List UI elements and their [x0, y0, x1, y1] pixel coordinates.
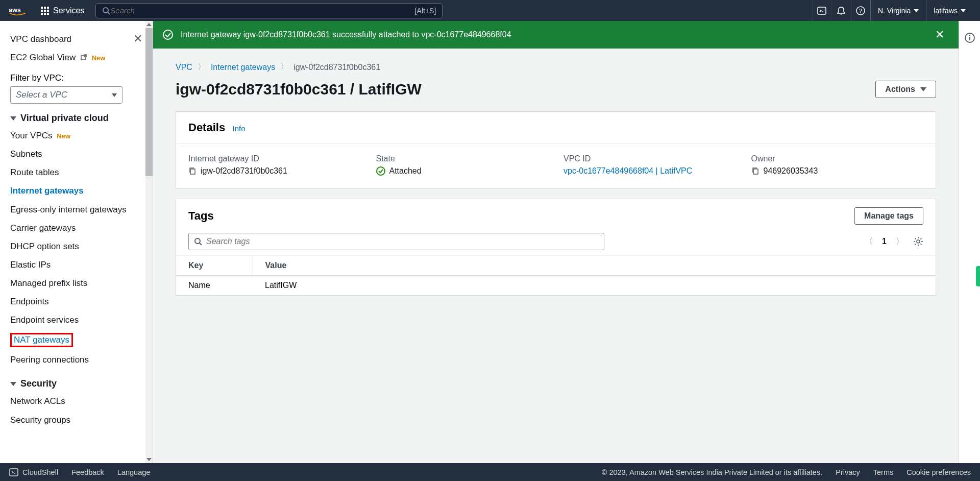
info-icon[interactable] [964, 32, 975, 43]
copy-icon[interactable] [751, 167, 760, 175]
sidebar-scrollbar[interactable] [145, 21, 153, 463]
sidebar-item-nat-gateways[interactable]: NAT gateways [10, 329, 142, 351]
vpc-id-link[interactable]: vpc-0c1677e4849668f04 | LatifVPC [564, 166, 692, 176]
caret-down-icon [914, 9, 919, 12]
tags-panel: Tags Manage tags 〈 1 〉 [176, 199, 936, 296]
section-security[interactable]: Security [10, 378, 142, 389]
crumb-vpc[interactable]: VPC [176, 63, 192, 72]
svg-text:?: ? [859, 8, 862, 14]
svg-point-16 [917, 240, 920, 243]
vpc-filter-select[interactable]: Select a VPC [10, 86, 122, 104]
svg-point-14 [195, 238, 200, 244]
tags-heading: Tags [188, 209, 214, 223]
sidebar-vpc-dashboard[interactable]: VPC dashboard [10, 30, 142, 49]
chevron-right-icon: 〉 [198, 62, 206, 73]
svg-point-12 [377, 167, 385, 175]
tags-th-value[interactable]: Value [253, 256, 936, 276]
flash-success: Internet gateway igw-0f2cd8731f0b0c361 s… [153, 21, 959, 49]
igw-id-label: Internet gateway ID [188, 154, 361, 163]
owner-label: Owner [751, 154, 924, 163]
sidebar-item-internet-gateways[interactable]: Internet gateways [10, 182, 142, 200]
sidebar-item-peering-connections[interactable]: Peering connections [10, 351, 142, 369]
cloudshell-icon[interactable] [812, 0, 831, 21]
region-selector[interactable]: N. Virginia [870, 0, 926, 21]
state-label: State [376, 154, 549, 163]
footer-privacy[interactable]: Privacy [836, 468, 860, 476]
svg-text:aws: aws [9, 6, 21, 13]
details-info-link[interactable]: Info [233, 124, 246, 133]
search-box[interactable]: [Alt+S] [95, 3, 443, 18]
page-prev[interactable]: 〈 [865, 236, 873, 247]
notifications-icon[interactable] [831, 0, 851, 21]
section-vpc[interactable]: Virtual private cloud [10, 113, 142, 124]
help-icon[interactable]: ? [851, 0, 870, 21]
actions-button[interactable]: Actions [875, 81, 936, 98]
sidebar-close-icon[interactable]: ✕ [133, 32, 142, 45]
sidebar-item-egress-only-internet-gateways[interactable]: Egress-only internet gateways [10, 201, 142, 219]
state-value: Attached [389, 166, 422, 176]
sidebar-item-endpoint-services[interactable]: Endpoint services [10, 311, 142, 329]
caret-down-icon [10, 116, 16, 121]
crumb-igw-list[interactable]: Internet gateways [211, 63, 275, 72]
caret-down-icon [10, 382, 16, 386]
sidebar-item-managed-prefix-lists[interactable]: Managed prefix lists [10, 274, 142, 293]
tags-search-input[interactable] [206, 237, 599, 246]
sidebar-item-dhcp-option-sets[interactable]: DHCP option sets [10, 237, 142, 256]
page-title: igw-0f2cd8731f0b0c361 / LatifIGW [176, 81, 422, 98]
services-menu[interactable]: Services [35, 6, 90, 15]
search-input[interactable] [110, 6, 414, 15]
footer-language[interactable]: Language [117, 468, 151, 476]
svg-rect-13 [753, 169, 758, 174]
account-selector[interactable]: latifaws [926, 0, 973, 21]
grid-icon [41, 7, 49, 15]
cloudshell-icon[interactable] [9, 468, 18, 477]
details-panel: Details Info Internet gateway ID igw-0f2… [176, 111, 936, 188]
page-number: 1 [882, 237, 887, 246]
svg-point-1 [103, 8, 108, 13]
footer-copyright: © 2023, Amazon Web Services India Privat… [602, 468, 822, 476]
caret-down-icon [112, 93, 117, 97]
settings-icon[interactable] [913, 236, 923, 247]
footer-cookies[interactable]: Cookie preferences [906, 468, 971, 476]
sidebar-item-your-vpcs[interactable]: Your VPCs New [10, 127, 142, 145]
copy-icon[interactable] [188, 167, 197, 175]
sidebar-item-elastic-ips[interactable]: Elastic IPs [10, 256, 142, 274]
top-nav: aws Services [Alt+S] ? N. Virginia latif… [0, 0, 980, 21]
caret-down-icon [961, 9, 966, 12]
search-hint: [Alt+S] [415, 7, 436, 15]
breadcrumb: VPC 〉 Internet gateways 〉 igw-0f2cd8731f… [176, 62, 936, 73]
sidebar-item-security-groups[interactable]: Security groups [10, 411, 142, 429]
flash-close-icon[interactable]: ✕ [930, 28, 949, 41]
details-heading: Details [188, 121, 225, 134]
page-next[interactable]: 〉 [896, 236, 904, 247]
owner-value: 946926035343 [764, 166, 818, 176]
check-circle-icon [376, 166, 385, 176]
feedback-tab[interactable] [976, 266, 980, 286]
flash-message: Internet gateway igw-0f2cd8731f0b0c361 s… [181, 30, 930, 39]
manage-tags-button[interactable]: Manage tags [854, 207, 923, 225]
footer-feedback[interactable]: Feedback [71, 468, 104, 476]
svg-line-15 [200, 243, 202, 245]
caret-down-icon [920, 87, 926, 91]
igw-id-value: igw-0f2cd8731f0b0c361 [201, 166, 287, 176]
footer: CloudShell Feedback Language © 2023, Ama… [0, 463, 980, 481]
sidebar-item-subnets[interactable]: Subnets [10, 145, 142, 163]
main-content: Internet gateway igw-0f2cd8731f0b0c361 s… [153, 21, 959, 463]
svg-rect-11 [190, 169, 195, 174]
sidebar-item-route-tables[interactable]: Route tables [10, 163, 142, 182]
footer-terms[interactable]: Terms [873, 468, 893, 476]
search-icon [194, 237, 202, 246]
sidebar-item-network-acls[interactable]: Network ACLs [10, 392, 142, 411]
external-link-icon [80, 54, 87, 61]
search-icon [102, 7, 110, 15]
aws-logo[interactable]: aws [0, 6, 35, 16]
svg-point-5 [841, 14, 842, 15]
tags-th-key[interactable]: Key [176, 256, 253, 276]
sidebar-item-endpoints[interactable]: Endpoints [10, 293, 142, 311]
sidebar-ec2-global[interactable]: EC2 Global View New [10, 49, 142, 67]
right-rail [959, 21, 980, 463]
sidebar-item-carrier-gateways[interactable]: Carrier gateways [10, 219, 142, 237]
footer-cloudshell[interactable]: CloudShell [22, 468, 58, 476]
pager: 〈 1 〉 [865, 236, 923, 247]
tags-search[interactable] [188, 233, 604, 250]
